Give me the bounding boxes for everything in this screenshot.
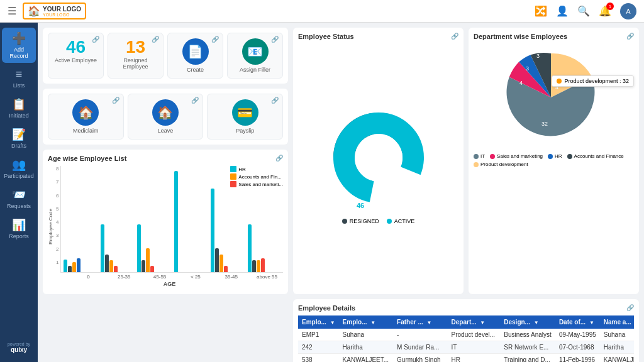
- avatar[interactable]: A: [620, 3, 636, 19]
- initiated-icon: 📋: [12, 97, 26, 111]
- y-label-7: 7: [56, 179, 58, 185]
- emp-details-link[interactable]: 🔗: [626, 304, 634, 311]
- link-icon: 🔗: [191, 97, 199, 104]
- add-record-icon: ➕: [12, 31, 26, 45]
- th-emp-id[interactable]: Emplo... ▼: [298, 315, 339, 329]
- dept-legend-hr: HR: [548, 153, 562, 159]
- cell-date: 09-May-1995: [555, 329, 600, 341]
- dept-employees-panel: Department wise Employees 🔗: [469, 28, 639, 294]
- payslip-label: Payslip: [211, 128, 279, 134]
- sidebar-item-initiated[interactable]: 📋 Initiated: [2, 94, 36, 123]
- cell-design: Training and D...: [500, 354, 555, 363]
- topbar-left: ☰ 🏠 YOUR LOGO YOUR LOGO: [8, 3, 86, 19]
- resigned-employees-card[interactable]: 🔗 13 Resigned Employee: [108, 33, 164, 79]
- x-label-35-45: 35-45: [215, 274, 247, 280]
- notification-icon[interactable]: 🔔 1: [599, 5, 611, 17]
- cell-name2: KANWALJEE...: [600, 354, 634, 363]
- payslip-card[interactable]: 🔗 💳 Payslip: [207, 94, 283, 140]
- y-label-4: 4: [56, 219, 58, 225]
- svg-point-2: [355, 134, 402, 182]
- tooltip-text: Product development : 32: [564, 78, 629, 84]
- cell-name: Suhana: [339, 329, 393, 341]
- menu-toggle[interactable]: ☰: [8, 5, 16, 17]
- table-row[interactable]: 242HarithaM Sundar Ra...ITSR Network E..…: [298, 341, 634, 354]
- th-date[interactable]: Date of... ▼: [555, 315, 600, 329]
- mediclaim-card[interactable]: 🔗 🏠 Mediclaim: [48, 94, 124, 140]
- link-icon: 🔗: [152, 36, 159, 43]
- cell-father: Gurmukh Singh: [393, 354, 447, 363]
- cell-name: Haritha: [339, 341, 393, 354]
- cell-dept: Product devel...: [448, 329, 501, 341]
- th-design[interactable]: Design... ▼: [500, 315, 555, 329]
- employee-table: Emplo... ▼ Emplo... ▼ Father ... ▼ Depar…: [298, 315, 634, 362]
- topbar: ☰ 🏠 YOUR LOGO YOUR LOGO 🔀 👤 🔍 🔔 1 A: [0, 0, 644, 23]
- leave-card[interactable]: 🔗 🏠 Leave: [128, 94, 204, 140]
- age-chart-title: Age wise Employee List: [48, 155, 283, 162]
- employee-details-panel: Employee Details 🔗 Emplo... ▼ Emplo... ▼…: [293, 299, 639, 362]
- table-row[interactable]: EMP1Suhana-Product devel...Business Anal…: [298, 329, 634, 341]
- create-icon: 📄: [182, 38, 209, 65]
- requests-icon: 📨: [12, 188, 26, 202]
- x-label-lt25: < 25: [179, 274, 211, 280]
- logo-text: YOUR LOGO: [43, 6, 81, 13]
- employee-table-body: EMP1Suhana-Product devel...Business Anal…: [298, 329, 634, 362]
- active-employees-card[interactable]: 🔗 46 Active Employee: [48, 33, 104, 79]
- y-label-1: 1: [56, 260, 58, 265]
- sidebar: ➕ Add Record ≡ Lists 📋 Initiated 📝 Draft…: [0, 23, 38, 362]
- x-axis-label: AGE: [56, 281, 283, 287]
- th-name2[interactable]: Name a... ▼: [600, 315, 634, 329]
- topbar-right: 🔀 👤 🔍 🔔 1 A: [535, 3, 636, 19]
- donut-legend: RESIGNED ACTIVE: [342, 218, 415, 224]
- cell-father: M Sundar Ra...: [393, 341, 447, 354]
- sidebar-item-lists[interactable]: ≡ Lists: [2, 64, 36, 92]
- leave-icon: 🏠: [152, 99, 179, 126]
- mediclaim-icon: 🏠: [72, 99, 99, 126]
- dept-legend-accounts: Accounts and Finance: [567, 153, 624, 159]
- users-icon[interactable]: 👤: [556, 5, 569, 17]
- tooltip-dot: [557, 79, 562, 84]
- content-area: 🔗 46 Active Employee 🔗 13 Resigned Emplo…: [38, 23, 644, 362]
- active-donut-label: 46: [357, 202, 364, 209]
- sidebar-item-drafts[interactable]: 📝 Drafts: [2, 124, 36, 153]
- sidebar-item-participated[interactable]: 👥 Participated: [2, 154, 36, 183]
- dept-legend-it: IT: [474, 153, 485, 159]
- sidebar-item-reports[interactable]: 📊 Reports: [2, 214, 36, 243]
- mediclaim-label: Mediclaim: [52, 128, 119, 134]
- cell-design: SR Network E...: [500, 341, 555, 354]
- table-row[interactable]: 538KANWALJEET...Gurmukh SinghHRTraining …: [298, 354, 634, 363]
- create-card[interactable]: 🔗 📄 Create: [167, 33, 223, 79]
- th-father[interactable]: Father ... ▼: [393, 315, 447, 329]
- svg-text:4: 4: [519, 80, 523, 86]
- active-legend-label: ACTIVE: [394, 218, 415, 224]
- link-icon: 🔗: [211, 36, 219, 43]
- sidebar-item-label: Drafts: [11, 143, 26, 149]
- emp-status-link[interactable]: 🔗: [451, 33, 458, 40]
- dept-link[interactable]: 🔗: [626, 33, 634, 40]
- bar-group-35-45: [211, 189, 243, 272]
- cell-name2: Suhana: [600, 329, 634, 341]
- cell-date: 11-Feb-1996: [555, 354, 600, 363]
- stat-cards-row1: 🔗 46 Active Employee 🔗 13 Resigned Emplo…: [43, 28, 288, 84]
- cell-design: Business Analyst: [500, 329, 555, 341]
- link-icon: 🔗: [112, 97, 119, 104]
- emp-details-title: Employee Details: [298, 304, 634, 312]
- th-dept[interactable]: Depart... ▼: [448, 315, 501, 329]
- y-label-2: 2: [56, 246, 58, 252]
- sidebar-item-add-record[interactable]: ➕ Add Record: [2, 28, 36, 63]
- age-chart-link[interactable]: 🔗: [275, 155, 283, 162]
- assign-filler-card[interactable]: 🔗 📧 Assign Filler: [227, 33, 283, 79]
- dept-tooltip: Product development : 32: [552, 75, 634, 87]
- powered-by-label: powered by: [8, 342, 30, 346]
- brand-label: quixy: [8, 346, 30, 353]
- th-name[interactable]: Emplo... ▼: [339, 315, 393, 329]
- sidebar-item-label: Requests: [7, 203, 31, 209]
- sidebar-item-requests[interactable]: 📨 Requests: [2, 184, 36, 213]
- cell-date: 07-Oct-1968: [555, 341, 600, 354]
- x-label-0: 0: [72, 274, 104, 280]
- search-icon[interactable]: 🔍: [577, 5, 590, 17]
- y-label-5: 5: [56, 206, 58, 212]
- svg-text:3: 3: [536, 53, 540, 59]
- share-icon[interactable]: 🔀: [535, 5, 547, 17]
- sidebar-item-label: Reports: [9, 233, 29, 239]
- resigned-legend-label: RESIGNED: [350, 218, 379, 224]
